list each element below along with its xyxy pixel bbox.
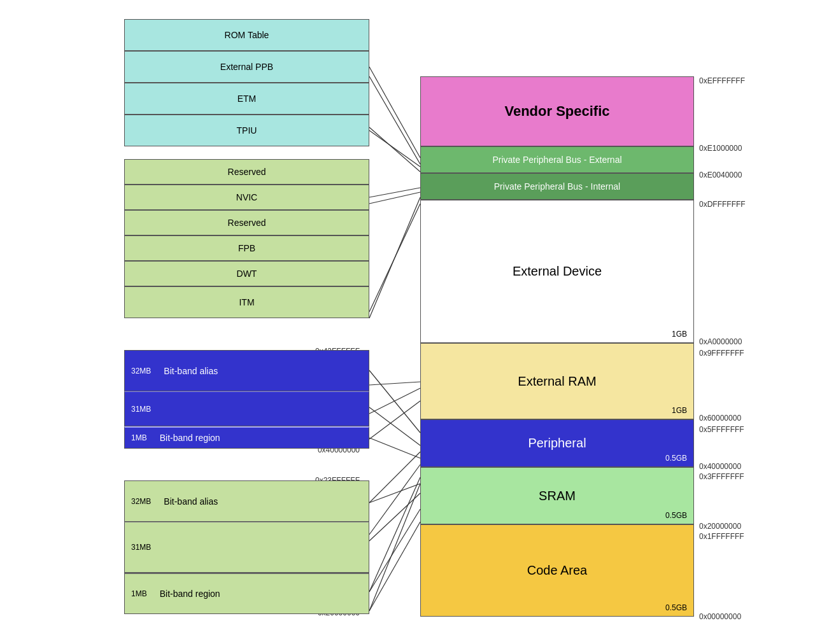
svg-line-20 [369,509,420,592]
raddr-60000000: 0x60000000 [699,414,741,423]
reserved-mid-box: Reserved [124,210,369,235]
svg-line-6 [369,401,420,439]
vendor-specific-box: Vendor Specific [420,76,694,146]
peripheral-31mb-label: 31MB [131,405,151,414]
sram-main-size: 0.5GB [665,511,687,520]
peripheral-main-box: Peripheral 0.5GB [420,419,694,467]
rom-table-box: ROM Table [124,19,369,51]
fpb-label: FPB [238,243,255,253]
raddr-20000000: 0x20000000 [699,522,741,531]
tpiu-label: TPIU [237,125,257,136]
svg-line-13 [369,188,420,197]
svg-line-10 [369,484,420,611]
itm-box: ITM [124,286,369,318]
external-device-size: 1GB [672,330,687,339]
svg-line-3 [369,204,420,312]
raddr-5fffffff: 0x5FFFFFFF [699,425,744,434]
sram-bitband-region-box: 1MB Bit-band region [124,573,369,614]
raddr-dfffffff: 0xDFFFFFFF [699,200,746,209]
raddr-00000000: 0x00000000 [699,612,741,621]
svg-line-7 [369,452,420,503]
svg-line-21 [369,522,420,611]
reserved-mid-label: Reserved [228,218,266,228]
tpiu-box: TPIU [124,115,369,146]
svg-line-19 [369,493,420,541]
svg-line-14 [369,197,420,318]
svg-line-9 [369,477,420,592]
svg-line-16 [369,407,420,445]
sram-1mb-label: 1MB [131,589,147,598]
reserved-top-box: Reserved [124,159,369,185]
sram-bitband-alias-label: Bit-band alias [164,496,218,507]
sram-31mb-label: 31MB [131,543,151,552]
external-ram-box: External RAM 1GB [420,343,694,419]
ppb-external-label: Private Peripheral Bus - External [492,155,621,165]
peripheral-bitband-alias-box: 32MB Bit-band alias [124,350,369,391]
etm-box: ETM [124,83,369,115]
peripheral-32mb-label: 32MB [131,367,151,375]
external-ppb-box: External PPB [124,51,369,83]
raddr-e1000000: 0xE1000000 [699,144,742,153]
peripheral-bitband-alias-label: Bit-band alias [164,366,218,376]
raddr-effffffff: 0xEFFFFFFF [699,76,745,85]
raddr-1fffffff: 0x1FFFFFFF [699,532,744,541]
sram-main-label: SRAM [539,489,576,503]
peripheral-bitband-region-box: 1MB Bit-band region [124,426,369,449]
rom-table-label: ROM Table [225,30,269,40]
raddr-40000000: 0x40000000 [699,462,741,471]
external-device-label: External Device [513,264,602,279]
sram-bitband-alias-box: 32MB Bit-band alias [124,480,369,522]
svg-line-2 [369,192,420,204]
peripheral-main-label: Peripheral [528,436,586,451]
sram-bitband-region-label: Bit-band region [160,589,220,599]
etm-label: ETM [237,94,257,104]
svg-line-4 [369,382,420,385]
peripheral-main-size: 0.5GB [665,454,687,463]
code-area-label: Code Area [527,563,588,578]
raddr-9fffffff: 0x9FFFFFFF [699,349,744,358]
code-area-box: Code Area 0.5GB [420,524,694,617]
svg-line-11 [369,67,420,158]
svg-line-8 [369,465,420,535]
svg-line-1 [369,127,420,172]
dwt-box: DWT [124,261,369,286]
peripheral-bitband-region-label: Bit-band region [160,433,220,443]
nvic-box: NVIC [124,185,369,210]
ppb-external-box: Private Peripheral Bus - External [420,146,694,173]
svg-line-15 [369,370,420,433]
external-ppb-label: External PPB [220,62,273,72]
code-area-size: 0.5GB [665,603,687,612]
svg-line-0 [369,76,420,164]
raddr-e0040000: 0xE0040000 [699,171,742,179]
sram-main-box: SRAM 0.5GB [420,467,694,524]
raddr-3fffffff: 0x3FFFFFFF [699,472,744,481]
reserved-top-label: Reserved [228,167,266,177]
memory-map-diagram: 0xE00FF000 0xE0042000 0xE0041000 0xE0040… [0,0,815,644]
vendor-specific-label: Vendor Specific [504,103,609,120]
sram-32mb-label: 32MB [131,497,151,506]
nvic-label: NVIC [236,192,257,202]
fpb-box: FPB [124,235,369,261]
svg-line-5 [369,388,420,414]
ppb-internal-box: Private Peripheral Bus - Internal [420,173,694,200]
peripheral-31mb-box: 31MB [124,391,369,426]
svg-line-12 [369,130,420,167]
raddr-a0000000: 0xA0000000 [699,337,742,346]
external-ram-label: External RAM [518,374,596,389]
svg-line-18 [369,484,420,503]
external-ram-size: 1GB [672,406,687,415]
ppb-internal-label: Private Peripheral Bus - Internal [494,181,620,192]
itm-label: ITM [239,297,254,307]
external-device-box: External Device 1GB [420,200,694,343]
dwt-label: DWT [237,269,257,279]
sram-31mb-box: 31MB [124,522,369,573]
svg-line-17 [369,438,420,458]
peripheral-1mb-label: 1MB [131,433,147,442]
